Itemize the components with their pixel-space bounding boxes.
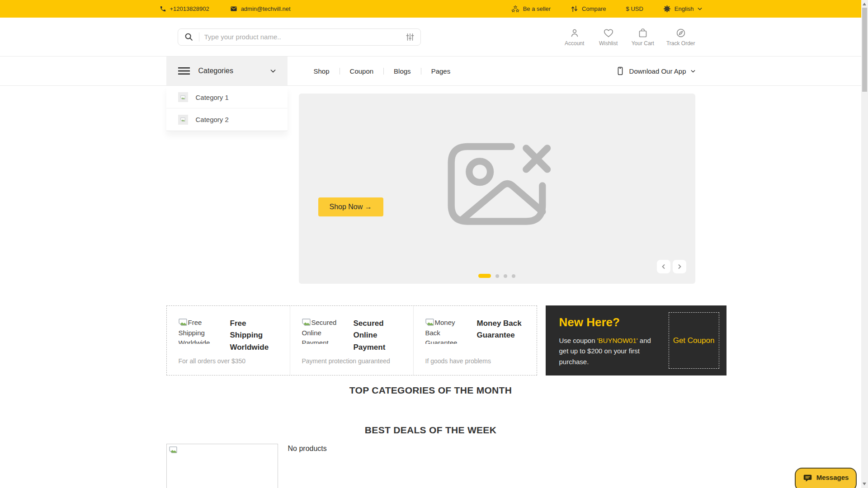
menu: Shop Coupon Blogs Pages — [304, 67, 461, 75]
promo-body-prefix: Use coupon — [559, 337, 597, 344]
new-here-promo: New Here? Use coupon 'BUYNOW01' and get … — [546, 305, 726, 375]
best-deals-heading: BEST DEALS OF THE WEEK — [0, 425, 861, 436]
coupon-code: 'BUYNOW01' — [597, 337, 638, 344]
hamburger-icon — [178, 67, 190, 75]
chevron-left-icon — [661, 264, 666, 269]
search-input[interactable] — [204, 33, 401, 41]
mail-icon — [230, 5, 237, 12]
category-item-2[interactable]: Category 2 — [166, 108, 288, 131]
account-label: Account — [565, 40, 584, 47]
category-item-label: Category 1 — [196, 94, 229, 101]
wishlist-label: Wishlist — [599, 40, 618, 47]
scrollbar[interactable] — [861, 0, 868, 488]
chevron-down-icon — [691, 70, 695, 73]
shop-now-button[interactable]: Shop Now → — [318, 197, 383, 216]
compare-icon — [571, 5, 578, 13]
be-a-seller-label: Be a seller — [523, 5, 551, 12]
feature-free-shipping: Free Shipping Worldwide Free Shipping Wo… — [167, 306, 290, 375]
currency-label: $ USD — [626, 5, 643, 12]
compare-link[interactable]: Compare — [571, 5, 606, 13]
hero-slider: Shop Now → — [299, 94, 695, 284]
phone-number: +12013828902 — [170, 5, 209, 12]
features-strip: Free Shipping Worldwide Free Shipping Wo… — [166, 305, 537, 375]
messages-chat-widget[interactable]: Messages — [795, 468, 857, 488]
language-label: English — [675, 5, 694, 12]
email-contact[interactable]: admin@techvill.net — [230, 5, 291, 12]
category-thumbnail — [178, 115, 188, 125]
download-app-button[interactable]: Download Our App — [616, 66, 695, 76]
feature-subtitle: Payment protection guaranteed — [302, 357, 404, 365]
broken-image-icon — [302, 319, 311, 326]
search-divider — [199, 33, 199, 42]
main-nav: Categories Shop Coupon Blogs Pages Downl… — [0, 56, 861, 86]
user-icon — [569, 28, 580, 38]
get-coupon-button[interactable]: Get Coupon — [669, 312, 719, 369]
best-deals-row: No products — [166, 444, 695, 488]
category-item-label: Category 2 — [196, 116, 229, 123]
messages-label: Messages — [816, 474, 849, 481]
carousel-dot-1[interactable] — [478, 274, 491, 278]
filter-sliders-icon[interactable] — [406, 33, 415, 42]
feature-subtitle: For all orders over $350 — [179, 357, 281, 365]
header: Account Wishlist Your Cart Track Order — [0, 18, 861, 56]
feature-subtitle: If goods have problems — [425, 357, 528, 365]
carousel-dot-2[interactable] — [495, 274, 499, 278]
page: +12013828902 admin@techvill.net Be a sel… — [0, 0, 861, 488]
feature-title: Secured Online Payment — [354, 318, 404, 357]
chevron-down-icon — [270, 69, 276, 73]
track-order-button[interactable]: Track Order — [666, 28, 695, 47]
feature-title: Money Back Guarantee — [477, 318, 528, 357]
promo-heading: New Here? — [559, 315, 659, 329]
currency-selector[interactable]: $ USD — [626, 5, 643, 12]
promo-body: Use coupon 'BUYNOW01' and get up to $200… — [559, 335, 659, 367]
cart-button[interactable]: Your Cart — [632, 28, 654, 47]
be-a-seller-link[interactable]: Be a seller — [511, 5, 551, 13]
feature-title: Free Shipping Worldwide — [230, 318, 281, 357]
shopping-bag-icon — [637, 28, 648, 38]
email-address: admin@techvill.net — [241, 5, 291, 12]
cart-label: Your Cart — [632, 40, 654, 47]
chat-bubble-icon — [803, 474, 812, 483]
categories-toggle[interactable]: Categories — [166, 56, 288, 85]
menu-item-pages[interactable]: Pages — [421, 67, 461, 75]
categories-label: Categories — [198, 67, 233, 75]
broken-image-icon — [169, 446, 177, 453]
carousel-dot-4[interactable] — [512, 274, 515, 278]
carousel-dots — [478, 274, 515, 278]
deal-product-image-broken[interactable] — [166, 444, 278, 488]
wishlist-button[interactable]: Wishlist — [598, 28, 619, 47]
menu-item-blogs[interactable]: Blogs — [384, 67, 421, 75]
compass-icon — [675, 28, 686, 38]
menu-item-coupon[interactable]: Coupon — [340, 67, 384, 75]
category-thumbnail — [178, 92, 188, 102]
chevron-down-icon — [698, 7, 702, 10]
carousel-next-button[interactable] — [673, 260, 686, 273]
no-products-message: No products — [288, 445, 327, 453]
download-app-label: Download Our App — [629, 67, 686, 75]
broken-image-icon — [179, 319, 187, 326]
broken-image-large-icon — [440, 135, 554, 243]
compare-label: Compare — [582, 5, 606, 12]
top-bar: +12013828902 admin@techvill.net Be a sel… — [0, 0, 861, 18]
seller-stars-icon — [511, 5, 519, 13]
carousel-dot-3[interactable] — [504, 274, 507, 278]
category-item-1[interactable]: Category 1 — [166, 86, 288, 108]
broken-image-icon — [425, 319, 434, 326]
search-box[interactable] — [178, 28, 421, 46]
scrollbar-up-arrow[interactable] — [863, 3, 866, 5]
smartphone-icon — [616, 66, 625, 76]
language-selector[interactable]: English — [663, 5, 702, 13]
phone-icon — [160, 5, 166, 12]
feature-image-broken: Secured Online Payment — [302, 318, 337, 344]
account-button[interactable]: Account — [564, 28, 585, 47]
search-icon[interactable] — [184, 32, 194, 42]
scrollbar-down-arrow[interactable] — [863, 483, 866, 485]
scrollbar-thumb[interactable] — [862, 8, 867, 92]
phone-contact[interactable]: +12013828902 — [160, 5, 209, 12]
menu-item-shop[interactable]: Shop — [304, 67, 340, 75]
feature-image-broken: Money Back Guarantee — [425, 318, 461, 344]
carousel-prev-button[interactable] — [657, 260, 670, 273]
track-order-label: Track Order — [666, 40, 695, 47]
categories-dropdown: Category 1 Category 2 — [166, 86, 288, 131]
feature-secured-payment: Secured Online Payment Secured Online Pa… — [290, 306, 413, 375]
